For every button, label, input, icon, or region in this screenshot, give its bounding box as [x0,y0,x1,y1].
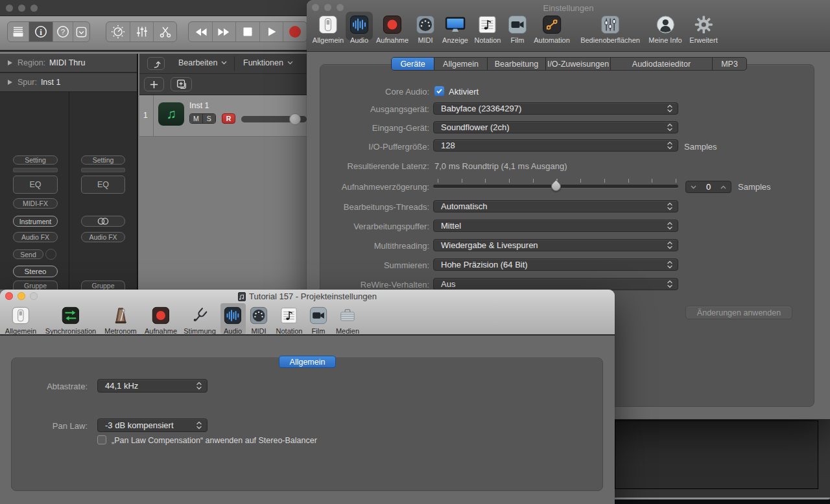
gain-strip[interactable] [13,168,58,172]
settings-tab-notation[interactable]: Notation [475,14,501,44]
io-buffer-popup[interactable]: 128 [433,139,678,152]
volume-knob[interactable] [289,113,301,125]
play-button[interactable] [259,22,283,41]
list-editors-button[interactable] [73,22,89,41]
strip2-audiofx-button[interactable]: Audio FX [81,232,125,242]
settings-tab-allgemein[interactable]: Allgemein [313,14,344,44]
region-inspector-header[interactable]: Region: MIDI Thru [0,54,137,73]
cut-button[interactable] [153,22,176,41]
gain-strip[interactable] [81,168,125,172]
strip2-eq-button[interactable]: EQ [81,176,125,194]
smart-controls-button[interactable] [106,22,130,41]
duplicate-track-button[interactable] [171,77,192,91]
project-tab-stimmung[interactable]: Stimmung [184,304,216,335]
stepper-up-icon[interactable] [720,185,726,189]
inspector-button[interactable]: i [29,22,53,41]
disclosure-triangle-icon[interactable] [8,80,12,85]
popup-chevrons-icon [667,122,673,132]
track-name[interactable]: Inst 1 [189,101,209,110]
project-tab-metronom[interactable]: Metronom [104,304,137,335]
record-settings-icon [152,306,170,325]
output-device-popup[interactable]: Babyface (23364297) [433,102,678,115]
user-icon [656,15,675,34]
record-button[interactable] [283,22,307,41]
project-tab-film[interactable]: Film [309,304,327,335]
mixer-button[interactable] [130,22,153,41]
settings-tab-anzeige[interactable]: Anzeige [442,14,468,44]
settings-titlebar[interactable]: Einstellungen Allgemein Audio Aufnahme M… [307,0,830,52]
strip-midifx-button[interactable]: MIDI-FX [13,198,58,209]
input-device-popup[interactable]: Soundflower (2ch) [433,121,678,133]
send-knob[interactable] [45,249,56,260]
disclosure-triangle-icon[interactable] [8,60,12,65]
threads-label: Bearbeitungs-Threads: [317,202,429,212]
rec-delay-stepper[interactable]: 0 [685,181,731,193]
strip2-stereo-button[interactable] [81,216,125,227]
tab-bearbeitung[interactable]: Bearbeitung [487,58,545,70]
proc-buffer-popup[interactable]: Mittel [433,220,678,232]
mute-button[interactable]: M [190,114,203,123]
tab-allgemein[interactable]: Allgemein [434,58,487,70]
tab-mp3[interactable]: MP3 [712,58,746,70]
project-tab-notation[interactable]: Notation [276,304,303,335]
project-tab-allgemein[interactable]: Allgemein [5,304,36,335]
project-tab-medien[interactable]: Medien [336,304,359,335]
forward-button[interactable] [212,22,235,41]
apply-changes-button[interactable]: Änderungen anwenden [685,306,792,319]
sample-rate-popup[interactable]: 44,1 kHz [97,379,208,393]
add-track-button[interactable] [144,77,164,91]
pan-law-compensation-checkbox[interactable] [97,435,106,444]
stepper-down-icon[interactable] [691,185,696,189]
strip-eq-button[interactable]: EQ [13,176,58,194]
record-enable-button[interactable]: R [222,113,235,124]
rewire-popup[interactable]: Aus [433,278,678,290]
strip2-setting-button[interactable]: Setting [81,155,125,165]
strip-send-button[interactable]: Send [13,249,43,259]
track-icon[interactable]: ♫ [158,102,184,126]
tab-io-zuweisungen[interactable]: I/O-Zuweisungen [545,58,610,70]
track-inspector-header[interactable]: Spur: Inst 1 [0,73,137,92]
pan-law-popup[interactable]: -3 dB kompensiert [97,418,208,432]
tab-geraete[interactable]: Geräte [392,58,434,70]
project-tab-audio[interactable]: Audio [224,304,242,335]
settings-tab-bedienoberflaechen[interactable]: Bedienoberflächen [580,14,640,44]
solo-button[interactable]: S [203,114,216,123]
project-tab-selected[interactable]: Allgemein [279,356,336,368]
settings-tab-audio[interactable]: Audio [350,14,369,44]
summing-popup[interactable]: Hohe Präzision (64 Bit) [433,258,678,271]
minimize-button[interactable] [18,5,25,12]
scroll-to-selection-button[interactable] [147,57,165,70]
close-button[interactable] [6,5,13,12]
settings-tab-meine-info[interactable]: Meine Info [648,14,682,44]
tab-audiodateieditor[interactable]: Audiodateieditor [610,58,712,70]
rewind-button[interactable] [189,22,212,41]
settings-tab-automation[interactable]: Automation [534,14,570,44]
functions-menu[interactable]: Funktionen [243,58,293,67]
settings-tab-aufnahme[interactable]: Aufnahme [376,14,409,44]
strip-instrument-button[interactable]: Instrument [13,216,58,227]
track-1-header[interactable]: 1 ♫ Inst 1 M S R [139,95,307,137]
strip-group-button[interactable]: Gruppe [13,281,58,290]
stop-button[interactable] [235,22,259,41]
project-tab-midi[interactable]: MIDI [250,304,268,335]
strip-output-button[interactable]: Stereo [13,266,58,277]
library-button[interactable] [8,22,29,41]
strip-audiofx-button[interactable]: Audio FX [13,232,58,242]
zoom-button[interactable] [30,5,38,12]
settings-tab-film[interactable]: Film [508,14,527,44]
popup-chevrons-icon [667,240,673,250]
threads-popup[interactable]: Automatisch [433,200,678,212]
view-button-group: i ? [7,21,90,42]
midi-icon [250,306,268,325]
quick-help-button[interactable]: ? [53,22,73,41]
multithreading-popup[interactable]: Wiedergabe & Livespuren [433,239,678,251]
strip2-group-button[interactable]: Gruppe [81,281,125,290]
settings-tab-erweitert[interactable]: Erweitert [689,14,717,44]
strip-setting-button[interactable]: Setting [13,155,58,165]
settings-tab-midi[interactable]: MIDI [416,14,435,44]
core-audio-checkbox[interactable] [434,86,444,96]
edit-menu[interactable]: Bearbeiten [178,58,227,67]
project-titlebar[interactable]: Tutorial 157 - Projekteinstellungen [0,290,615,303]
project-tab-synchronisation[interactable]: Synchronisation [45,304,96,335]
project-tab-aufnahme[interactable]: Aufnahme [145,304,177,335]
